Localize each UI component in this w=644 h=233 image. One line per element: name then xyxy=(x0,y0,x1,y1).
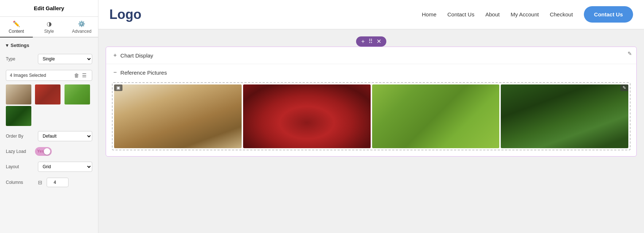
section-toolbar: + ⠿ ✕ xyxy=(106,36,637,47)
reference-pictures-header[interactable]: − Reference Pictures xyxy=(106,64,636,81)
main-content: Logo Home Contact Us About My Account Ch… xyxy=(98,0,644,233)
layout-select[interactable]: Grid Masonry Justified xyxy=(38,162,92,172)
cta-button[interactable]: Contact Us xyxy=(584,6,633,23)
reference-pictures-label: Reference Pictures xyxy=(120,70,167,76)
tab-advanced-label: Advanced xyxy=(72,29,91,34)
canvas-area: + ⠿ ✕ ✎ + Chart Display − Reference Pict… xyxy=(98,29,644,233)
lazy-load-value: Yes xyxy=(37,149,44,153)
lazy-load-toggle[interactable]: Yes xyxy=(35,147,52,156)
sidebar-title: Edit Gallery xyxy=(0,0,98,17)
image-thumbnails xyxy=(6,84,92,126)
chart-expand-icon: + xyxy=(113,52,117,59)
nav-contact-us[interactable]: Contact Us xyxy=(447,11,474,17)
sidebar: Edit Gallery ✏️ Content ◑ Style ⚙️ Advan… xyxy=(0,0,98,233)
accordion-wrapper: ✎ + Chart Display − Reference Pictures ▣… xyxy=(106,47,637,157)
type-select[interactable]: Single Multiple xyxy=(38,54,92,64)
drag-section-button[interactable]: ⠿ xyxy=(368,39,373,44)
order-by-select[interactable]: Default Random Date Title xyxy=(38,131,92,141)
chart-display-header[interactable]: + Chart Display xyxy=(106,47,636,64)
add-section-button[interactable]: + xyxy=(361,39,364,44)
style-icon: ◑ xyxy=(47,20,52,27)
images-selected-bar: 4 Images Selected 🗑 ☰ xyxy=(6,70,92,81)
settings-title: Settings xyxy=(11,43,29,48)
edit-top-right-icon[interactable]: ✎ xyxy=(628,51,632,56)
images-selected-label: 4 Images Selected xyxy=(10,73,73,78)
gallery-edit-icon[interactable]: ✎ xyxy=(620,84,628,91)
gallery-select-icon[interactable]: ▣ xyxy=(114,84,122,91)
layout-label: Layout xyxy=(6,164,35,169)
close-section-button[interactable]: ✕ xyxy=(376,39,381,44)
tab-content[interactable]: ✏️ Content xyxy=(0,17,33,37)
type-label: Type xyxy=(6,56,35,62)
nav-checkout[interactable]: Checkout xyxy=(550,11,573,17)
nav-about[interactable]: About xyxy=(485,11,500,17)
layout-row: Layout Grid Masonry Justified xyxy=(6,162,92,172)
tab-style[interactable]: ◑ Style xyxy=(33,17,66,37)
type-row: Type Single Multiple xyxy=(6,54,92,64)
settings-section: ▾ Settings Type Single Multiple 4 Images… xyxy=(0,37,98,198)
collapse-arrow-icon[interactable]: ▾ xyxy=(6,43,8,48)
gallery-image-olives[interactable] xyxy=(372,84,500,148)
gallery-image-redberries[interactable] xyxy=(243,84,371,148)
nav-home[interactable]: Home xyxy=(422,11,436,17)
logo: Logo xyxy=(109,7,141,22)
tabs-container: ✏️ Content ◑ Style ⚙️ Advanced xyxy=(0,17,98,37)
chart-display-label: Chart Display xyxy=(120,52,153,59)
columns-label: Columns xyxy=(6,180,35,185)
columns-icon: ⊟ xyxy=(38,179,42,185)
nav-my-account[interactable]: My Account xyxy=(511,11,539,17)
advanced-icon: ⚙️ xyxy=(78,20,85,27)
nav-links: Home Contact Us About My Account Checkou… xyxy=(422,11,573,17)
content-icon: ✏️ xyxy=(13,20,20,27)
tab-style-label: Style xyxy=(44,29,54,34)
reference-collapse-icon: − xyxy=(113,69,117,76)
thumb-redberries[interactable] xyxy=(35,84,61,104)
gallery-image-mushroom[interactable] xyxy=(114,84,242,148)
thumb-olives[interactable] xyxy=(65,84,90,104)
gallery-image-zucchini[interactable] xyxy=(501,84,628,148)
gallery-container: ▣ ✎ xyxy=(112,82,631,150)
columns-row: Columns ⊟ xyxy=(6,178,92,187)
settings-header: ▾ Settings xyxy=(6,43,92,48)
top-nav: Logo Home Contact Us About My Account Ch… xyxy=(98,0,644,29)
columns-input[interactable] xyxy=(47,178,69,187)
thumb-veggie[interactable] xyxy=(6,106,31,126)
lazy-load-label: Lazy Load xyxy=(6,149,35,154)
order-by-row: Order By Default Random Date Title xyxy=(6,131,92,141)
thumb-mushroom[interactable] xyxy=(6,84,31,104)
tab-advanced[interactable]: ⚙️ Advanced xyxy=(65,17,98,37)
gallery-images xyxy=(114,84,628,148)
tab-content-label: Content xyxy=(9,29,24,34)
order-by-label: Order By xyxy=(6,134,35,139)
toolbar-pill: + ⠿ ✕ xyxy=(356,36,386,47)
reorder-images-button[interactable]: ☰ xyxy=(81,72,88,78)
delete-images-button[interactable]: 🗑 xyxy=(73,72,81,78)
lazy-load-row: Lazy Load Yes xyxy=(6,147,92,156)
